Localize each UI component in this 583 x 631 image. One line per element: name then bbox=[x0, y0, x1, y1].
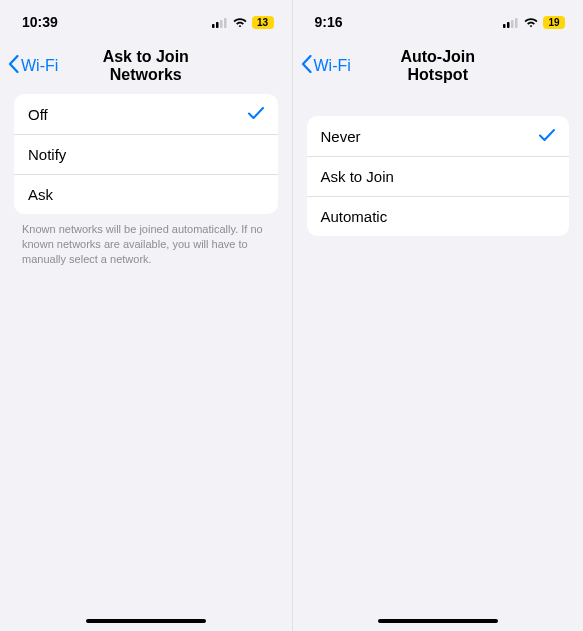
home-indicator[interactable] bbox=[378, 619, 498, 623]
back-button[interactable]: Wi-Fi bbox=[8, 55, 58, 77]
wifi-icon bbox=[232, 16, 248, 28]
nav-bar: Wi-Fi Ask to Join Networks bbox=[0, 44, 292, 88]
option-label: Ask bbox=[28, 186, 53, 203]
chevron-left-icon bbox=[301, 55, 312, 77]
option-off[interactable]: Off bbox=[14, 94, 278, 134]
options-list: Off Notify Ask bbox=[14, 94, 278, 214]
status-time: 9:16 bbox=[315, 14, 343, 30]
home-indicator[interactable] bbox=[86, 619, 206, 623]
chevron-left-icon bbox=[8, 55, 19, 77]
back-label: Wi-Fi bbox=[314, 57, 351, 75]
cellular-icon bbox=[503, 17, 519, 28]
content: Off Notify Ask Known networks will be jo… bbox=[0, 88, 292, 631]
battery-level: 13 bbox=[252, 16, 274, 29]
status-time: 10:39 bbox=[22, 14, 58, 30]
option-label: Automatic bbox=[321, 208, 388, 225]
svg-rect-6 bbox=[511, 20, 514, 28]
option-label: Never bbox=[321, 128, 361, 145]
cellular-icon bbox=[212, 17, 228, 28]
option-label: Notify bbox=[28, 146, 66, 163]
status-indicators: 19 bbox=[503, 16, 565, 29]
svg-rect-2 bbox=[220, 20, 223, 28]
status-bar: 10:39 13 bbox=[0, 0, 292, 44]
option-label: Off bbox=[28, 106, 48, 123]
svg-rect-5 bbox=[507, 22, 510, 28]
option-automatic[interactable]: Automatic bbox=[307, 196, 570, 236]
checkmark-icon bbox=[248, 106, 264, 123]
option-ask-to-join[interactable]: Ask to Join bbox=[307, 156, 570, 196]
status-indicators: 13 bbox=[212, 16, 274, 29]
option-notify[interactable]: Notify bbox=[14, 134, 278, 174]
status-bar: 9:16 19 bbox=[293, 0, 584, 44]
back-label: Wi-Fi bbox=[21, 57, 58, 75]
nav-bar: Wi-Fi Auto-Join Hotspot bbox=[293, 44, 584, 88]
footer-text: Known networks will be joined automatica… bbox=[0, 214, 292, 267]
back-button[interactable]: Wi-Fi bbox=[301, 55, 351, 77]
svg-rect-1 bbox=[216, 22, 219, 28]
content: Never Ask to Join Automatic bbox=[293, 88, 584, 631]
option-ask[interactable]: Ask bbox=[14, 174, 278, 214]
options-list: Never Ask to Join Automatic bbox=[307, 116, 570, 236]
screen-ask-to-join: 10:39 13 Wi-Fi Ask to Join Networks Off bbox=[0, 0, 292, 631]
svg-rect-7 bbox=[515, 18, 518, 28]
svg-rect-0 bbox=[212, 24, 215, 28]
battery-level: 19 bbox=[543, 16, 565, 29]
svg-rect-4 bbox=[503, 24, 506, 28]
option-never[interactable]: Never bbox=[307, 116, 570, 156]
wifi-icon bbox=[523, 16, 539, 28]
svg-rect-3 bbox=[224, 18, 227, 28]
checkmark-icon bbox=[539, 128, 555, 145]
screen-auto-join-hotspot: 9:16 19 Wi-Fi Auto-Join Hotspot Never bbox=[292, 0, 584, 631]
option-label: Ask to Join bbox=[321, 168, 394, 185]
